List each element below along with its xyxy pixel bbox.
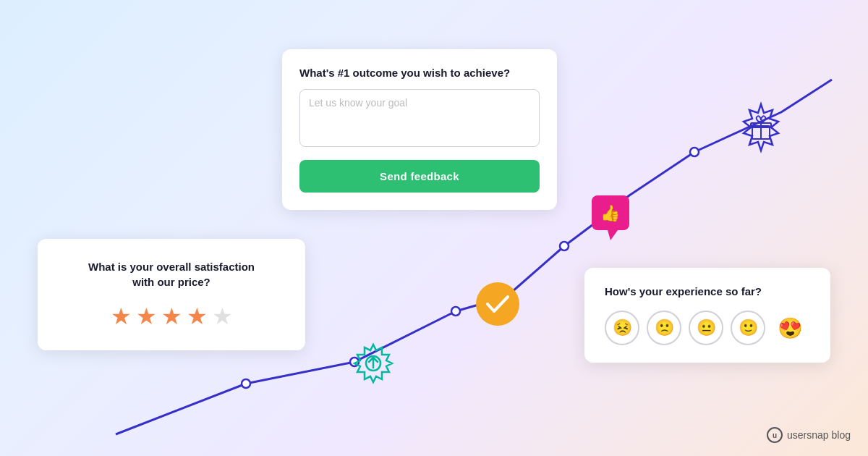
svg-point-2 <box>451 307 460 316</box>
svg-point-11 <box>476 282 519 326</box>
usersnap-logo: u usersnap blog <box>767 427 851 443</box>
goal-card-title: What's #1 outcome you wish to achieve? <box>299 67 540 79</box>
logo-text: usersnap blog <box>787 429 851 441</box>
emoji-sad[interactable]: 🙁 <box>647 311 681 345</box>
emoji-happy[interactable]: 🙂 <box>731 311 765 345</box>
check-icon-container <box>475 281 521 327</box>
experience-title: How's your experience so far? <box>605 285 810 297</box>
goal-card: What's #1 outcome you wish to achieve? S… <box>282 49 557 210</box>
logo-icon: u <box>767 427 783 443</box>
gear-icon-container <box>350 340 396 387</box>
star-5[interactable]: ★ <box>212 303 233 330</box>
gift-icon-container <box>735 101 787 153</box>
svg-point-3 <box>560 242 569 250</box>
goal-textarea[interactable] <box>299 89 540 147</box>
star-3[interactable]: ★ <box>161 303 182 330</box>
svg-point-0 <box>242 379 250 388</box>
emoji-love[interactable]: 😍 <box>773 311 807 345</box>
emoji-very-sad[interactable]: 😣 <box>605 311 639 345</box>
satisfaction-card: What is your overall satisfactionwith ou… <box>38 239 305 350</box>
star-rating[interactable]: ★ ★ ★ ★ ★ <box>61 303 282 330</box>
emoji-neutral[interactable]: 😐 <box>689 311 723 345</box>
svg-point-4 <box>690 148 699 156</box>
experience-card: How's your experience so far? 😣 🙁 😐 🙂 😍 <box>584 268 830 363</box>
star-1[interactable]: ★ <box>111 303 132 330</box>
star-2[interactable]: ★ <box>136 303 157 330</box>
emoji-rating: 😣 🙁 😐 🙂 😍 <box>605 311 810 345</box>
star-4[interactable]: ★ <box>187 303 208 330</box>
satisfaction-title: What is your overall satisfactionwith ou… <box>61 259 282 290</box>
svg-marker-9 <box>608 230 618 240</box>
like-icon-container: 👍 <box>590 197 637 243</box>
send-feedback-button[interactable]: Send feedback <box>299 160 540 193</box>
svg-text:👍: 👍 <box>600 203 621 223</box>
